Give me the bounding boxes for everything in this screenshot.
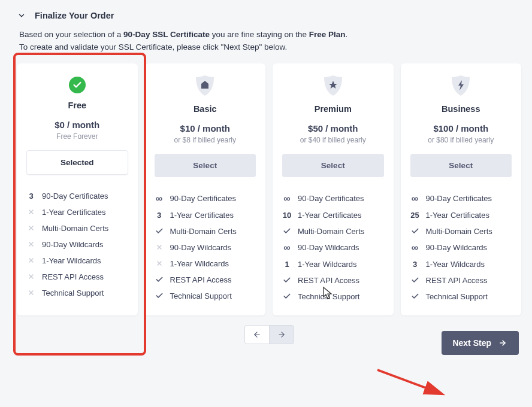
plan-card-business: Business$100 / monthor $80 if billed yea…: [401, 63, 522, 315]
pager-prev-button[interactable]: [244, 325, 270, 344]
intro-text: Based on your selection of a 90-Day SSL …: [19, 29, 521, 54]
feature-label: Multi-Domain Certs: [298, 227, 364, 236]
feature-label: 1-Year Wildcards: [298, 260, 357, 269]
feature-item: Multi-Domain Certs: [282, 223, 384, 239]
shield-home-icon: [195, 74, 215, 98]
plan-select-button[interactable]: Select: [282, 154, 384, 177]
feature-label: 90-Day Certificates: [170, 194, 237, 203]
feature-item: Technical Support: [410, 288, 512, 305]
pager-next-button[interactable]: [269, 325, 294, 344]
feature-label: 90-Day Certificates: [426, 194, 492, 203]
feature-label: 90-Day Certificates: [298, 194, 364, 203]
feature-label: 1-Year Certificates: [426, 211, 489, 220]
infinity-icon: ∞: [282, 194, 292, 204]
feature-item: REST API Access: [410, 272, 512, 288]
feature-count: 25: [410, 211, 420, 220]
cross-icon: [155, 244, 164, 251]
arrow-right-icon: [497, 339, 508, 347]
section-title: Finalize Your Order: [35, 11, 114, 20]
feature-label: Multi-Domain Certs: [42, 224, 108, 233]
plan-subtext: or $40 if billed yearly: [282, 136, 384, 144]
shield-star-icon: [323, 74, 343, 98]
feature-item: Multi-Domain Certs: [155, 223, 256, 239]
feature-count: 10: [282, 211, 292, 220]
plan-select-button[interactable]: Select: [410, 154, 512, 177]
feature-item: 251-Year Certificates: [410, 207, 512, 223]
infinity-icon: ∞: [410, 194, 420, 204]
feature-list: ∞90-Day Certificates101-Year Certificate…: [282, 190, 384, 305]
feature-label: REST API Access: [170, 275, 232, 284]
plan-select-button[interactable]: Select: [155, 154, 256, 177]
next-step-button[interactable]: Next Step: [442, 331, 519, 355]
cross-icon: [26, 257, 36, 264]
check-icon: [282, 276, 292, 284]
plan-cards: Free$0 / monthFree ForeverSelected390-Da…: [17, 63, 521, 315]
feature-item: 101-Year Certificates: [282, 207, 384, 223]
feature-label: Technical Support: [426, 292, 488, 301]
infinity-icon: ∞: [282, 243, 292, 253]
feature-count: 3: [26, 192, 36, 201]
cross-icon: [26, 273, 36, 280]
feature-item: 1-Year Certificates: [26, 204, 128, 220]
check-circle-icon: [69, 77, 86, 93]
feature-label: REST API Access: [42, 272, 104, 281]
feature-label: 1-Year Certificates: [298, 211, 361, 220]
check-icon: [410, 276, 420, 284]
cross-icon: [26, 241, 36, 248]
annotation-arrow: [371, 365, 455, 401]
feature-item: Multi-Domain Certs: [410, 223, 512, 239]
cross-icon: [26, 289, 36, 296]
feature-item: 31-Year Wildcards: [410, 256, 512, 272]
feature-item: 90-Day Wildcards: [26, 236, 128, 253]
feature-item: 1-Year Wildcards: [155, 256, 256, 272]
feature-item: Technical Support: [26, 285, 128, 301]
svg-line-19: [377, 370, 439, 393]
feature-item: REST API Access: [155, 272, 256, 288]
feature-item: ∞90-Day Certificates: [155, 190, 256, 207]
plan-card-free: Free$0 / monthFree ForeverSelected390-Da…: [17, 63, 138, 315]
next-step-label: Next Step: [452, 338, 491, 348]
check-icon: [282, 292, 292, 300]
feature-label: 90-Day Wildcards: [298, 243, 359, 252]
feature-label: 90-Day Certificates: [42, 192, 108, 201]
feature-item: 31-Year Certificates: [155, 207, 256, 223]
plan-price: $100 / month: [410, 123, 512, 133]
plan-name: Free: [26, 101, 128, 110]
infinity-icon: ∞: [410, 243, 420, 253]
feature-item: ∞90-Day Wildcards: [282, 239, 384, 256]
plan-price: $10 / month: [155, 123, 256, 133]
plan-price: $50 / month: [282, 123, 384, 133]
plan-name: Basic: [155, 104, 256, 114]
plan-subtext: Free Forever: [26, 132, 128, 141]
feature-label: 90-Day Wildcards: [426, 243, 488, 252]
feature-list: 390-Day Certificates1-Year CertificatesM…: [26, 188, 128, 301]
feature-label: 1-Year Certificates: [42, 208, 105, 217]
feature-label: Technical Support: [298, 292, 359, 301]
feature-count: 1: [282, 260, 292, 269]
cross-icon: [155, 260, 164, 267]
plan-card-premium: Premium$50 / monthor $40 if billed yearl…: [273, 63, 394, 315]
feature-label: 90-Day Wildcards: [42, 240, 104, 249]
plan-name: Business: [410, 104, 512, 114]
plan-price: $0 / month: [26, 120, 128, 130]
check-icon: [410, 227, 420, 235]
feature-label: Technical Support: [170, 291, 232, 300]
plan-card-basic: Basic$10 / monthor $8 if billed yearlySe…: [145, 63, 266, 315]
check-icon: [155, 275, 164, 284]
check-icon: [155, 227, 164, 235]
feature-label: 1-Year Wildcards: [42, 256, 101, 265]
cross-icon: [26, 208, 36, 215]
section-header[interactable]: Finalize Your Order: [17, 11, 521, 20]
feature-label: Multi-Domain Certs: [170, 227, 237, 236]
feature-label: 1-Year Wildcards: [170, 259, 229, 268]
feature-label: 1-Year Wildcards: [426, 260, 485, 269]
finalize-order-page: Finalize Your Order Based on your select…: [0, 0, 532, 355]
chevron-down-icon: [17, 11, 26, 20]
feature-item: ∞90-Day Certificates: [282, 190, 384, 207]
infinity-icon: ∞: [155, 194, 164, 204]
feature-label: 1-Year Certificates: [170, 211, 234, 220]
check-icon: [155, 291, 164, 300]
feature-item: Technical Support: [155, 288, 256, 304]
feature-label: REST API Access: [298, 276, 359, 285]
feature-count: 3: [155, 211, 164, 220]
